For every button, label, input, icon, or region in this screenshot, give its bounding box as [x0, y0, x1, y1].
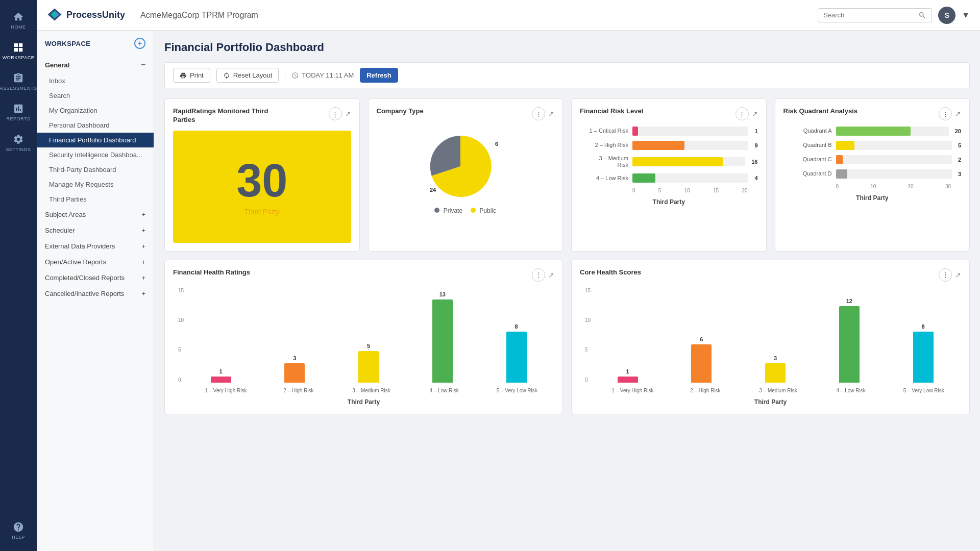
sidebar-group-scheduler[interactable]: Scheduler + [37, 222, 154, 238]
bar-track [836, 155, 952, 164]
main-content: Financial Portfolio Dashboard Print Rese… [154, 31, 980, 551]
widget-menu-button[interactable]: ⋮ [532, 107, 545, 120]
bar-row-critical: 1 – Critical Risk 1 [580, 127, 758, 136]
sidebar-group-open-reports[interactable]: Open/Active Reports + [37, 254, 154, 270]
chevron-down-icon[interactable]: ▼ [962, 11, 970, 20]
widget-core-health-title: Core Health Scores [580, 268, 641, 277]
sidebar-item-personal-dashboard[interactable]: Personal Dashboard [37, 118, 154, 133]
risk-quadrant-bars: Quadrant A 20 Quadrant B 5 [783, 127, 962, 189]
sidebar-add-button[interactable]: + [134, 38, 145, 49]
widget-expand-icon[interactable]: ↗ [955, 271, 961, 279]
sidebar-item-security-intelligence[interactable]: Security Intelligence Dashboa... [37, 147, 154, 162]
widget-controls: ⋮ ↗ [329, 107, 351, 120]
reset-layout-button[interactable]: Reset Layout [216, 68, 279, 83]
toolbar-time: TODAY 11:11 AM [291, 71, 354, 79]
search-icon [918, 11, 926, 19]
sidebar-item-my-organization[interactable]: My Organization [37, 103, 154, 118]
vbar [765, 363, 786, 383]
bar-fill [632, 141, 684, 150]
bar-label: 2 – High Risk [580, 142, 628, 148]
sidebar-item-manage-requests[interactable]: Manage My Requests [37, 177, 154, 192]
pie-chart-container: 6 24 Private Pu [377, 127, 555, 214]
sidebar-general-section[interactable]: General − [37, 56, 154, 73]
private-dot [434, 208, 439, 213]
vbar [691, 344, 712, 383]
bar-track [836, 169, 952, 179]
bar-track [836, 127, 949, 136]
sidebar-item-workspace[interactable]: WORKSPACE [0, 36, 37, 66]
bar-value: 4 [754, 175, 757, 181]
sidebar-item-inbox[interactable]: Inbox [37, 73, 154, 88]
refresh-button[interactable]: Refresh [360, 68, 398, 83]
vbar-group-2: 6 [669, 336, 734, 383]
widget-risk-quadrant: Risk Quadrant Analysis ⋮ ↗ Quadrant A [775, 98, 970, 252]
widget-menu-button[interactable]: ⋮ [736, 107, 749, 120]
legend-private: Private [434, 207, 462, 214]
bar-fill [836, 169, 848, 179]
top-header: ProcessUnity AcmeMegaCorp TPRM Program S… [37, 0, 980, 31]
sidebar-group-cancelled-reports[interactable]: Cancelled/Inactive Reports + [37, 286, 154, 302]
axis-labels: 0 5 10 15 20 [632, 188, 748, 193]
sidebar-group-external-data[interactable]: External Data Providers + [37, 238, 154, 254]
bar-label: 1 – Critical Risk [580, 128, 628, 134]
app-title: AcmeMegaCorp TPRM Program [140, 11, 818, 20]
sidebar-item-third-party-dashboard[interactable]: Third-Party Dashboard [37, 162, 154, 177]
sidebar-group-completed-reports[interactable]: Completed/Closed Reports + [37, 270, 154, 286]
expand-icon: + [141, 258, 145, 266]
widget-menu-button[interactable]: ⋮ [939, 107, 952, 120]
company-type-pie-chart: 6 24 [420, 127, 511, 203]
chart-footer: Third Party [580, 198, 758, 206]
dashboard-title: Financial Portfolio Dashboard [164, 41, 970, 54]
vbar [211, 377, 231, 383]
widget-expand-icon[interactable]: ↗ [752, 110, 758, 118]
widget-company-type-header: Company Type ⋮ ↗ [377, 107, 555, 120]
widget-menu-button[interactable]: ⋮ [532, 268, 545, 282]
bar-track [632, 157, 745, 166]
widget-rapid-ratings-title: RapidRatings Monitored Third Parties [173, 107, 275, 124]
bar-value: 3 [958, 171, 961, 177]
sidebar-item-search[interactable]: Search [37, 88, 154, 103]
widget-company-type: Company Type ⋮ ↗ [368, 98, 564, 252]
widget-menu-button[interactable]: ⋮ [939, 268, 952, 282]
sidebar-group-subject-areas[interactable]: Subject Areas + [37, 207, 154, 222]
sidebar-item-financial-portfolio[interactable]: Financial Portfolio Dashboard [37, 133, 154, 147]
widget-financial-health-header: Financial Health Ratings ⋮ ↗ [173, 268, 554, 282]
sidebar-item-settings[interactable]: SETTINGS [0, 128, 37, 158]
user-avatar[interactable]: S [938, 7, 955, 24]
sidebar-item-assessments[interactable]: ASSESSMENTS [0, 66, 37, 97]
chart-footer: Third Party [178, 398, 549, 406]
svg-text:6: 6 [495, 141, 498, 147]
reset-icon [223, 72, 230, 79]
sidebar-item-reports[interactable]: REPORTS [0, 97, 37, 128]
search-box[interactable] [818, 8, 932, 22]
dashboard-bottom-row: Financial Health Ratings ⋮ ↗ 15 10 [164, 260, 970, 414]
widget-risk-quadrant-header: Risk Quadrant Analysis ⋮ ↗ [783, 107, 962, 120]
rapid-ratings-content: 30 Third Party [173, 131, 351, 243]
search-input[interactable] [823, 11, 915, 19]
bar-fill [632, 173, 655, 183]
sidebar-item-help[interactable]: HELP [0, 515, 37, 546]
widget-risk-quadrant-title: Risk Quadrant Analysis [783, 107, 857, 116]
print-button[interactable]: Print [173, 68, 210, 83]
logo-area: ProcessUnity [47, 8, 125, 23]
bar-row-high: 2 – High Risk 9 [580, 141, 758, 150]
dashboard-top-row: RapidRatings Monitored Third Parties ⋮ ↗… [164, 98, 970, 252]
axis-labels: 0 10 20 30 [836, 184, 951, 189]
widget-menu-button[interactable]: ⋮ [329, 107, 342, 120]
widget-expand-icon[interactable]: ↗ [345, 110, 351, 118]
widget-expand-icon[interactable]: ↗ [955, 110, 961, 118]
bar-row-medium: 3 – MediumRisk 16 [580, 155, 758, 168]
widget-expand-icon[interactable]: ↗ [548, 271, 554, 279]
print-icon [180, 72, 187, 79]
sidebar-item-home[interactable]: HOME [0, 5, 37, 36]
bar-value: 20 [955, 128, 961, 134]
widget-expand-icon[interactable]: ↗ [548, 110, 554, 118]
sidebar-item-third-parties[interactable]: Third Parties [37, 192, 154, 207]
expand-icon: + [141, 242, 145, 250]
vbar-group-1: 1 [595, 368, 660, 383]
financial-health-chart: 15 10 5 0 1 [173, 288, 554, 406]
rapid-ratings-number: 30 [236, 158, 287, 204]
content-area: WORKSPACE + General − Inbox Search My Or… [37, 31, 980, 551]
bar-row-qc: Quadrant C 2 [783, 155, 962, 164]
vbar [284, 363, 305, 383]
